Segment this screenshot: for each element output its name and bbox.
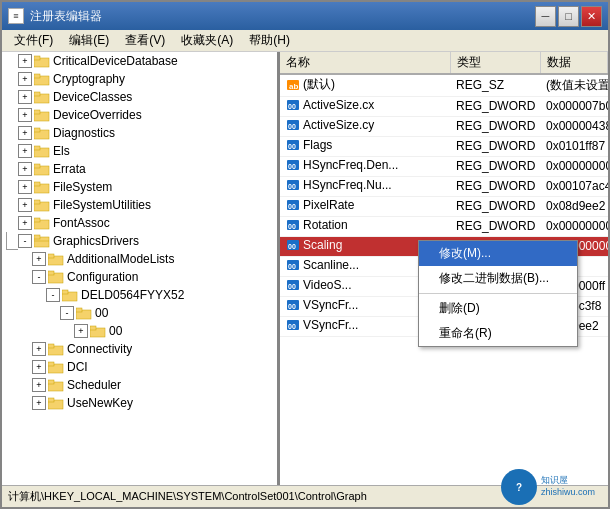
svg-text:ab: ab (289, 82, 298, 91)
tree-expander[interactable]: + (18, 180, 32, 194)
table-row[interactable]: 00 Flags REG_DWORD 0x0101ff87 (280, 136, 608, 156)
tree-item[interactable]: + Diagnostics (2, 124, 277, 142)
svg-text:00: 00 (288, 183, 296, 190)
reg-data: (数值未设置) (540, 74, 608, 96)
svg-rect-35 (48, 362, 54, 366)
tree-item[interactable]: + Scheduler (2, 376, 277, 394)
registry-pane[interactable]: 名称 类型 数据 ab (默认) (280, 52, 608, 485)
svg-rect-19 (34, 218, 40, 222)
tree-expander[interactable]: + (18, 54, 32, 68)
tree-expander[interactable]: + (18, 72, 32, 86)
tree-pane[interactable]: + CriticalDeviceDatabase + Cryptography (2, 52, 280, 485)
svg-rect-21 (34, 235, 40, 239)
tree-expander[interactable]: + (18, 108, 32, 122)
tree-item[interactable]: + Connectivity (2, 340, 277, 358)
table-row[interactable]: 00 Rotation REG_DWORD 0x00000000 (280, 216, 608, 236)
maximize-button[interactable]: □ (558, 6, 579, 27)
reg-type: REG_DWORD (450, 156, 540, 176)
menu-help[interactable]: 帮助(H) (241, 30, 298, 51)
col-header-type: 类型 (450, 52, 540, 74)
table-row[interactable]: 00 HSyncFreq.Nu... REG_DWORD 0x00107ac4 (280, 176, 608, 196)
ctx-delete[interactable]: 删除(D) (419, 296, 577, 321)
table-row[interactable]: 00 HSyncFreq.Den... REG_DWORD 0x00000000 (280, 156, 608, 176)
tree-item[interactable]: + 00 (2, 322, 277, 340)
svg-rect-29 (76, 308, 82, 312)
tree-label: DeviceClasses (53, 90, 132, 104)
tree-label: Configuration (67, 270, 138, 284)
tree-item[interactable]: + CriticalDeviceDatabase (2, 52, 277, 70)
tree-item[interactable]: + DeviceClasses (2, 88, 277, 106)
menu-file[interactable]: 文件(F) (6, 30, 61, 51)
minimize-button[interactable]: ─ (535, 6, 556, 27)
tree-expander[interactable]: + (32, 360, 46, 374)
tree-expander[interactable]: + (18, 126, 32, 140)
tree-item[interactable]: + Els (2, 142, 277, 160)
watermark: ? 知识屋zhishiwu.com (488, 467, 608, 507)
reg-data: 0x000007b0 (540, 96, 608, 116)
menu-edit[interactable]: 编辑(E) (61, 30, 117, 51)
tree-expander[interactable]: + (32, 252, 46, 266)
reg-type: REG_DWORD (450, 216, 540, 236)
reg-type: REG_DWORD (450, 196, 540, 216)
ctx-rename[interactable]: 重命名(R) (419, 321, 577, 346)
table-row[interactable]: ab (默认) REG_SZ (数值未设置) (280, 74, 608, 96)
tree-label: Cryptography (53, 72, 125, 86)
tree-item[interactable]: + Cryptography (2, 70, 277, 88)
tree-item[interactable]: - GraphicsDrivers (2, 232, 277, 250)
tree-item[interactable]: + Errata (2, 160, 277, 178)
tree-item[interactable]: + FileSystem (2, 178, 277, 196)
tree-expander[interactable]: - (32, 270, 46, 284)
tree-expander[interactable]: + (18, 162, 32, 176)
tree-expander[interactable]: + (74, 324, 88, 338)
svg-rect-25 (48, 271, 54, 275)
tree-item[interactable]: - Configuration (2, 268, 277, 286)
svg-rect-31 (90, 326, 96, 330)
reg-data: 0x00107ac4 (540, 176, 608, 196)
menu-favorites[interactable]: 收藏夹(A) (173, 30, 241, 51)
reg-name: 00 PixelRate (280, 196, 450, 216)
close-button[interactable]: ✕ (581, 6, 602, 27)
table-row[interactable]: 00 ActiveSize.cx REG_DWORD 0x000007b0 (280, 96, 608, 116)
tree-expander[interactable]: + (18, 144, 32, 158)
tree-expander[interactable]: + (18, 216, 32, 230)
tree-expander[interactable]: - (60, 306, 74, 320)
menu-view[interactable]: 查看(V) (117, 30, 173, 51)
panes: + CriticalDeviceDatabase + Cryptography (2, 52, 608, 485)
ctx-modify-binary[interactable]: 修改二进制数据(B)... (419, 266, 577, 291)
tree-expander[interactable]: + (18, 90, 32, 104)
svg-rect-9 (34, 128, 40, 132)
table-row[interactable]: 00 ActiveSize.cy REG_DWORD 0x000004380 (280, 116, 608, 136)
tree-label: 00 (109, 324, 122, 338)
tree-item[interactable]: + FileSystemUtilities (2, 196, 277, 214)
tree-expander[interactable]: + (18, 198, 32, 212)
svg-text:00: 00 (288, 323, 296, 330)
reg-data: 0x00000000 (540, 156, 608, 176)
tree-expander[interactable]: - (46, 288, 60, 302)
context-menu: 修改(M)... 修改二进制数据(B)... 删除(D) 重命名(R) (418, 240, 578, 347)
window-icon: ≡ (8, 8, 24, 24)
ctx-separator (419, 293, 577, 294)
col-header-data: 数据 (540, 52, 608, 74)
title-buttons: ─ □ ✕ (535, 6, 602, 27)
ctx-modify[interactable]: 修改(M)... (419, 241, 577, 266)
folder-icon (34, 54, 50, 68)
reg-data: 0x000004380 (540, 116, 608, 136)
tree-expander[interactable]: + (32, 342, 46, 356)
tree-item[interactable]: + DeviceOverrides (2, 106, 277, 124)
tree-expander[interactable]: + (32, 378, 46, 392)
table-row[interactable]: 00 PixelRate REG_DWORD 0x08d9ee2 (280, 196, 608, 216)
folder-icon (34, 216, 50, 230)
tree-label: FileSystem (53, 180, 112, 194)
reg-name: 00 ActiveSize.cx (280, 96, 450, 116)
reg-type: REG_DWORD (450, 96, 540, 116)
tree-expander[interactable]: - (18, 234, 32, 248)
tree-expander[interactable]: + (32, 396, 46, 410)
tree-item[interactable]: - 00 (2, 304, 277, 322)
tree-item[interactable]: - DELD0564FYYX52 (2, 286, 277, 304)
tree-item[interactable]: + FontAssoc (2, 214, 277, 232)
tree-item[interactable]: + UseNewKey (2, 394, 277, 412)
reg-type: REG_DWORD (450, 116, 540, 136)
tree-item[interactable]: + AdditionalModeLists (2, 250, 277, 268)
tree-item[interactable]: + DCI (2, 358, 277, 376)
tree-label: UseNewKey (67, 396, 133, 410)
